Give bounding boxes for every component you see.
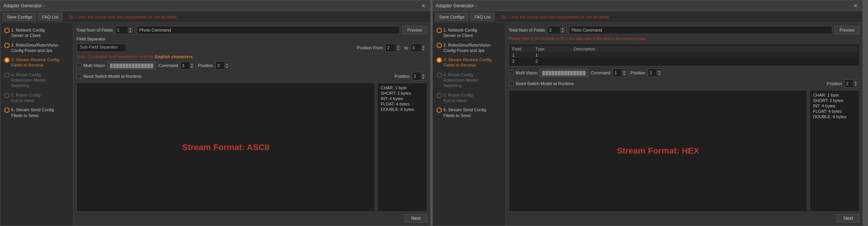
cmd-up-1[interactable]: ▲ bbox=[189, 62, 195, 65]
cmd-down-1[interactable]: ▼ bbox=[189, 65, 195, 69]
mv-pos-down-2[interactable]: ▼ bbox=[656, 73, 662, 76]
sub-field-separator-1[interactable]: Sub-Field Separator bbox=[77, 44, 127, 52]
step6-label-1: 6. Stream Send ConfigFileds to Send bbox=[11, 107, 54, 118]
mv-pos-down-1[interactable]: ▼ bbox=[224, 65, 230, 69]
cmd-down-2[interactable]: ▼ bbox=[621, 73, 627, 76]
command-name-input-2[interactable] bbox=[569, 26, 832, 34]
sidebar-item-stream-receive-1[interactable]: 3. Stream Receive ConfigFields to Receiv… bbox=[3, 55, 71, 70]
bottom-section-2: Stream Format: HEX CHAR: 1 byte SHORT: 2… bbox=[509, 90, 860, 212]
stream-format-box-2: Stream Format: HEX bbox=[509, 90, 807, 212]
sidebar-item-stream-receive-2[interactable]: 3. Stream Receive ConfigFields to Receiv… bbox=[435, 55, 503, 70]
spin-up-1[interactable]: ▲ bbox=[128, 27, 133, 30]
spin-down-1[interactable]: ▼ bbox=[128, 30, 133, 33]
pos-to-value-1: 3 bbox=[412, 45, 415, 50]
ns-pos-up-1[interactable]: ▲ bbox=[421, 73, 426, 76]
next-button-2[interactable]: Next bbox=[837, 214, 860, 223]
ip-display-2: ██████████████ bbox=[540, 69, 588, 77]
need-switch-label-1: Need Switch Model at Runtime bbox=[83, 74, 142, 79]
row2-field-2: 2 bbox=[512, 59, 535, 64]
total-fields-value-1: 1 bbox=[117, 28, 119, 32]
total-fields-spinbox-1[interactable]: 1 ▲ ▼ bbox=[115, 26, 134, 34]
table-row-1-2: 1 1 bbox=[511, 52, 858, 58]
save-configs-button-1[interactable]: Save Configs bbox=[3, 13, 36, 21]
command-spinbox-2[interactable]: 1 ▲ ▼ bbox=[613, 69, 628, 77]
sidebar-item-network-2[interactable]: 1. Network ConfigServer or Client bbox=[435, 26, 503, 40]
warning-highlight-1: English characters bbox=[155, 54, 193, 59]
hint-text-2: Tip: I over the cursor over the componen… bbox=[496, 14, 860, 20]
ns-position-spinbox-1[interactable]: 2 ▲ ▼ bbox=[412, 72, 427, 80]
window-title-1: Adapter Generator - bbox=[3, 3, 45, 8]
row2-type-2 bbox=[574, 59, 856, 64]
ns-pos-down-1[interactable]: ▼ bbox=[421, 76, 426, 79]
byte-info-0-1: CHAR: 1 byte bbox=[381, 85, 424, 90]
close-button-1[interactable]: ✕ bbox=[420, 2, 427, 10]
stream-format-text-2: Stream Format: HEX bbox=[617, 146, 699, 156]
command-label-2: Command bbox=[591, 70, 610, 75]
ns-position-label-2: Position bbox=[827, 81, 842, 86]
sidebar-item-robosim-1[interactable]: 2. RoboSimu/RoboVisionConfig Poses and J… bbox=[3, 41, 71, 55]
panel-2: Total Num of Fields 2 ▲ ▼ Preview Please… bbox=[506, 23, 863, 226]
preview-button-1[interactable]: Preview bbox=[402, 26, 427, 34]
pos-from-spinbox-1[interactable]: 2 ▲ ▼ bbox=[385, 44, 402, 52]
mv-position-spinbox-2[interactable]: 2 ▲ ▼ bbox=[648, 69, 663, 77]
mv-pos-up-2[interactable]: ▲ bbox=[656, 70, 662, 73]
sub-field-row-1: Sub-Field Separator Position From 2 ▲ ▼ … bbox=[77, 44, 427, 52]
close-button-2[interactable]: ✕ bbox=[852, 2, 860, 10]
pos-from-up-1[interactable]: ▲ bbox=[396, 45, 401, 48]
pos-from-label-1: Position From bbox=[357, 45, 383, 50]
multi-vision-checkbox-2[interactable] bbox=[509, 70, 513, 75]
multi-vision-checkbox-1[interactable] bbox=[77, 63, 81, 68]
command-name-input-1[interactable] bbox=[137, 26, 400, 34]
total-fields-spinbox-2[interactable]: 2 ▲ ▼ bbox=[547, 26, 566, 34]
need-switch-checkbox-2[interactable] bbox=[509, 81, 513, 86]
save-configs-button-2[interactable]: Save Configs bbox=[435, 13, 468, 21]
pos-to-spinbox-1[interactable]: 3 ▲ ▼ bbox=[410, 44, 427, 52]
ns-pos-up-2[interactable]: ▲ bbox=[853, 80, 858, 84]
spin-up-2[interactable]: ▲ bbox=[560, 27, 565, 30]
step2-label-1: 2. RoboSimu/RoboVisionConfig Poses and J… bbox=[11, 42, 58, 54]
command-spinbox-1[interactable]: 1 ▲ ▼ bbox=[180, 61, 196, 70]
cmd-up-2[interactable]: ▲ bbox=[621, 70, 627, 73]
pos-to-up-1[interactable]: ▲ bbox=[421, 45, 426, 48]
pos-from-down-1[interactable]: ▼ bbox=[396, 48, 401, 51]
mv-position-label-2: Position bbox=[630, 70, 645, 75]
desc-col-header-2: Description bbox=[574, 47, 856, 51]
byte-info-4-1: DOUBLE: 8 bytes bbox=[381, 107, 424, 112]
sidebar-item-send-1[interactable]: 6. Stream Send ConfigFileds to Send bbox=[3, 105, 71, 120]
bottom-section-1: Stream Format: ASCII CHAR: 1 byte SHORT:… bbox=[77, 83, 427, 212]
next-button-1[interactable]: Next bbox=[405, 214, 427, 223]
sidebar-item-send-2[interactable]: 6. Stream Send ConfigFileds to Send bbox=[435, 105, 503, 120]
field-table-2: Field Type Description 1 1 2 2 bbox=[509, 44, 860, 66]
need-switch-row-2: Need Switch Model at Runtime Position 2 … bbox=[509, 79, 860, 88]
multi-vision-row-1: Multi Vision ██████████████ Command 1 ▲ … bbox=[77, 61, 427, 70]
step5-bullet-2 bbox=[436, 93, 442, 98]
ns-position-spinbox-2[interactable]: 2 ▲ ▼ bbox=[844, 79, 860, 88]
step1-bullet-2 bbox=[436, 28, 442, 33]
panel-1: Total Num of Fields 1 ▲ ▼ Preview Field … bbox=[73, 23, 430, 226]
command-value-1: 1 bbox=[182, 63, 185, 68]
spin-down-2[interactable]: ▼ bbox=[560, 30, 565, 33]
ns-pos-down-2[interactable]: ▼ bbox=[853, 84, 858, 87]
sidebar-item-network-1[interactable]: 1. Network ConfigServer or Client bbox=[3, 26, 71, 40]
command-value-2: 1 bbox=[615, 70, 617, 75]
sidebar-item-robot-1[interactable]: 5. Robot ConfigEye in Hand bbox=[3, 91, 71, 105]
sidebar-item-robot-2[interactable]: 5. Robot ConfigEye in Hand bbox=[435, 91, 503, 105]
preview-button-2[interactable]: Preview bbox=[835, 26, 860, 34]
pos-to-label-1: to bbox=[405, 45, 408, 50]
table-warning-2: Please refer to the footnote to fill in … bbox=[509, 37, 860, 41]
faq-list-button-2[interactable]: FAQ List bbox=[470, 13, 495, 21]
sidebar-item-model-1[interactable]: 4. Model ConfigRoboVision ModelSwitching bbox=[3, 70, 71, 90]
title-bar-2: Adapter Generator - ✕ bbox=[433, 0, 863, 11]
faq-list-button-1[interactable]: FAQ List bbox=[38, 13, 62, 21]
sidebar-item-robosim-2[interactable]: 2. RoboSimu/RoboVisionConfig Poses and J… bbox=[435, 41, 503, 55]
total-fields-label-2: Total Num of Fields bbox=[509, 28, 545, 32]
step6-bullet-1 bbox=[4, 107, 10, 113]
mv-position-spinbox-1[interactable]: 2 ▲ ▼ bbox=[215, 61, 231, 70]
step5-bullet-1 bbox=[4, 93, 10, 98]
need-switch-checkbox-1[interactable] bbox=[77, 74, 81, 79]
step2-label-2: 2. RoboSimu/RoboVisionConfig Poses and J… bbox=[443, 42, 491, 54]
byte-info-box-2: CHAR: 1 byte SHORT: 2 bytes INT: 4 bytes… bbox=[810, 90, 860, 212]
mv-pos-up-1[interactable]: ▲ bbox=[224, 62, 230, 65]
pos-to-down-1[interactable]: ▼ bbox=[421, 48, 426, 51]
sidebar-item-model-2[interactable]: 4. Model ConfigRoboVision ModelSwitching bbox=[435, 70, 503, 90]
